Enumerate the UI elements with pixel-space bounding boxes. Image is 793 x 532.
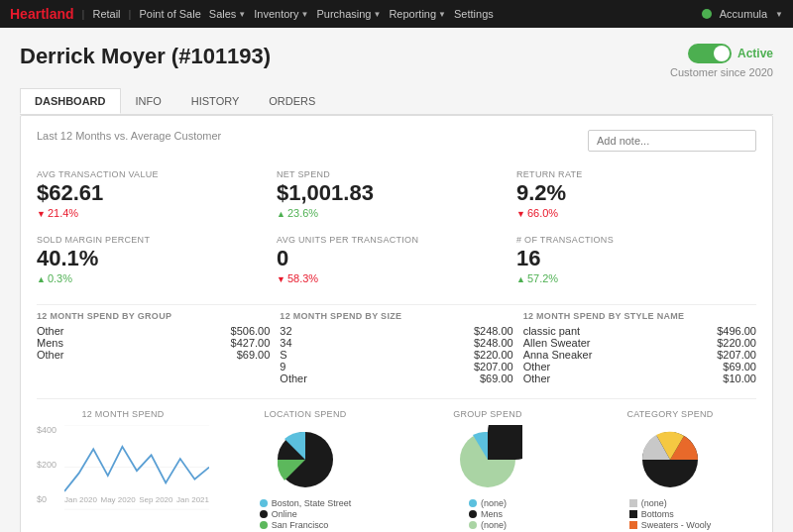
cat-bottoms-item: Bottoms: [629, 509, 711, 519]
nav-reporting[interactable]: Reporting ▼: [389, 8, 446, 20]
brand-name[interactable]: Heartland: [10, 6, 74, 22]
spend-row-value: $248.00: [474, 325, 513, 337]
location-chart-title: LOCATION SPEND: [219, 409, 392, 419]
dashboard-card: Last 12 Months vs. Average Customer AVG …: [20, 115, 773, 532]
x-may20: May 2020: [101, 495, 136, 504]
stats-grid: AVG TRANSACTION VALUE $62.61 21.4% NET S…: [37, 161, 756, 292]
delta-arrow: [37, 207, 46, 219]
spend-block: 12 MONTH SPEND BY GROUP Other $506.00 Me…: [37, 311, 270, 384]
cat-bottoms-sq: [629, 510, 637, 518]
category-chart-block: CATEGORY SPEND (none): [584, 409, 756, 532]
group-pie-wrap: (none) Mens (none): [401, 425, 574, 530]
rep-arrow: ▼: [438, 10, 446, 19]
active-toggle-switch[interactable]: [688, 44, 732, 63]
stat-item: RETURN RATE 9.2% 66.0%: [516, 161, 756, 227]
cat-none-sq: [629, 499, 637, 507]
spend-title: 12 MONTH SPEND BY GROUP: [37, 311, 270, 321]
spend-row: Other $10.00: [523, 372, 756, 384]
spend-row-value: $496.00: [717, 325, 756, 337]
spend-section: 12 MONTH SPEND BY GROUP Other $506.00 Me…: [37, 304, 756, 384]
cat-sweaters-item: Sweaters - Wooly: [629, 520, 711, 530]
online-label: Online: [272, 509, 297, 519]
tab-orders[interactable]: ORDERS: [254, 88, 330, 114]
spend-row: Anna Sneaker $207.00: [523, 349, 756, 361]
spend-title: 12 MONTH SPEND BY STYLE NAME: [523, 311, 756, 321]
delta-arrow: [37, 272, 46, 284]
cat-sweaters-sq: [629, 521, 637, 529]
boston-label: Boston, State Street: [272, 498, 352, 508]
stat-item: AVG UNITS PER TRANSACTION 0 58.3%: [277, 227, 516, 292]
sales-arrow: ▼: [238, 10, 246, 19]
sf-label: San Francisco: [272, 520, 329, 530]
group-pie-svg: [453, 425, 522, 494]
delta-arrow: [516, 207, 525, 219]
nav-sales[interactable]: Sales ▼: [209, 8, 246, 20]
spend-row-label: Allen Sweater: [523, 337, 591, 349]
online-indicator: [702, 9, 712, 19]
toggle-knob: [714, 46, 730, 61]
customer-since: Customer since 2020: [670, 66, 773, 78]
nav-retail[interactable]: Retail: [92, 8, 120, 20]
stat-item: # OF TRANSACTIONS 16 57.2%: [516, 227, 756, 292]
stat-item: AVG TRANSACTION VALUE $62.61 21.4%: [37, 161, 277, 227]
tab-history[interactable]: HISTORY: [176, 88, 255, 114]
y-label-200: $200: [37, 460, 64, 470]
nav-right: Accumula ▼: [702, 8, 783, 20]
spend-row-label: Mens: [37, 337, 63, 349]
spend-row-value: $506.00: [231, 325, 271, 337]
add-note-input[interactable]: [588, 130, 756, 152]
nav-sep2: |: [129, 8, 132, 20]
legend-none1: (none): [469, 498, 507, 508]
stat-delta: 21.4%: [37, 207, 277, 219]
none1-dot: [469, 499, 477, 507]
none1-label: (none): [481, 498, 507, 508]
active-label: Active: [737, 47, 773, 60]
spend-row-value: $220.00: [474, 349, 513, 361]
x-jan20: Jan 2020: [64, 495, 97, 504]
nav-settings[interactable]: Settings: [454, 8, 494, 20]
spend-block: 12 MONTH SPEND BY SIZE 32 $248.00 34 $24…: [280, 311, 512, 384]
nav-left: Heartland | Retail | Point of Sale Sales…: [10, 6, 494, 22]
inv-arrow: ▼: [301, 10, 309, 19]
legend-mens: Mens: [469, 509, 507, 519]
spend-row-label: Other: [37, 325, 64, 337]
tab-info[interactable]: INFO: [121, 88, 176, 114]
user-arrow: ▼: [775, 10, 783, 19]
nav-purchasing[interactable]: Purchasing ▼: [316, 8, 381, 20]
mens-dot: [469, 510, 477, 518]
delta-arrow: [516, 272, 525, 284]
customer-header: Derrick Moyer (#101193) Active Customer …: [20, 44, 773, 78]
stat-delta: 57.2%: [516, 272, 756, 284]
stat-label: NET SPEND: [277, 169, 516, 179]
stat-item: NET SPEND $1,001.83 23.6%: [277, 161, 516, 227]
purch-arrow: ▼: [373, 10, 381, 19]
spend-row: Mens $427.00: [37, 337, 270, 349]
line-chart-block: 12 MONTH SPEND $400 $200 $0: [37, 409, 209, 532]
tab-bar: DASHBOARD INFO HISTORY ORDERS: [20, 88, 773, 115]
spend-row: 32 $248.00: [280, 325, 512, 337]
spend-row-value: $69.00: [237, 349, 271, 361]
stat-label: # OF TRANSACTIONS: [516, 235, 756, 245]
spend-block: 12 MONTH SPEND BY STYLE NAME classic pan…: [523, 311, 756, 384]
cat-sweaters-label: Sweaters - Wooly: [641, 520, 711, 530]
group-legend: (none) Mens (none): [469, 498, 507, 530]
group-chart-title: GROUP SPEND: [401, 409, 574, 419]
stat-delta: 58.3%: [277, 272, 516, 284]
line-chart-xaxis: Jan 2020 May 2020 Sep 2020 Jan 2021: [64, 495, 209, 504]
online-dot: [260, 510, 268, 518]
stat-item: SOLD MARGIN PERCENT 40.1% 0.3%: [37, 227, 277, 292]
tab-dashboard[interactable]: DASHBOARD: [20, 88, 121, 114]
user-name[interactable]: Accumula: [720, 8, 767, 20]
nav-sep: |: [82, 8, 85, 20]
none2-label: (none): [481, 520, 507, 530]
charts-row: 12 MONTH SPEND $400 $200 $0: [37, 398, 756, 532]
spend-row-label: Other: [37, 349, 64, 361]
spend-row: Other $69.00: [37, 349, 270, 361]
nav-inventory[interactable]: Inventory ▼: [254, 8, 308, 20]
spend-row-label: 32: [280, 325, 291, 337]
spend-row-label: S: [280, 349, 286, 361]
main-content: Derrick Moyer (#101193) Active Customer …: [0, 28, 793, 532]
nav-pos[interactable]: Point of Sale: [139, 8, 200, 20]
stat-value: 9.2%: [516, 181, 756, 205]
spend-row-label: 9: [280, 361, 285, 372]
